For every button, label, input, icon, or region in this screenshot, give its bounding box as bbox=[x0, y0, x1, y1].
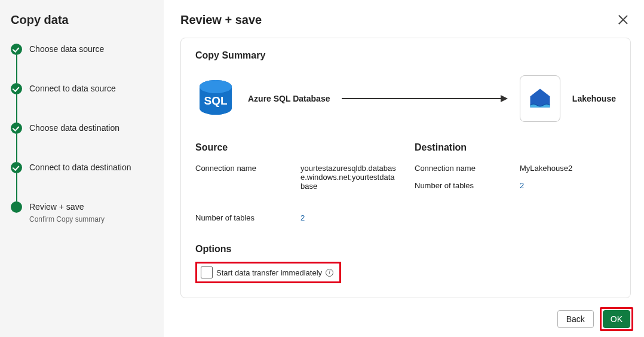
copy-summary-card: Copy Summary SQL Azure SQL Database bbox=[180, 38, 631, 298]
step-label: Review + save bbox=[29, 201, 105, 213]
step-choose-data-source[interactable]: Choose data source bbox=[11, 44, 153, 64]
start-transfer-label: Start data transfer immediately bbox=[216, 268, 322, 277]
arrow-icon bbox=[342, 95, 507, 102]
back-button[interactable]: Back bbox=[557, 310, 594, 328]
source-column: Source Connection name yourtestazuresqld… bbox=[195, 142, 397, 231]
azure-sql-database-icon: SQL bbox=[195, 78, 236, 119]
kv-val[interactable]: 2 bbox=[300, 213, 397, 222]
wizard-steps: Choose data source Connect to data sourc… bbox=[11, 44, 153, 223]
ok-button[interactable]: OK bbox=[603, 310, 630, 328]
footer-actions: Back OK bbox=[557, 307, 633, 331]
check-icon bbox=[11, 83, 22, 94]
sidebar-title: Copy data bbox=[11, 13, 153, 27]
close-button[interactable] bbox=[617, 13, 630, 26]
kv-key: Connection name bbox=[195, 164, 300, 173]
summary-flow-row: SQL Azure SQL Database Lakehouse bbox=[195, 75, 616, 122]
source-tablecount-row: Number of tables 2 bbox=[195, 213, 397, 222]
step-sublabel: Confirm Copy summary bbox=[29, 215, 105, 223]
summary-details: Source Connection name yourtestazuresqld… bbox=[195, 142, 616, 231]
destination-service-label: Lakehouse bbox=[572, 94, 616, 103]
check-icon bbox=[11, 44, 22, 55]
step-label: Choose data destination bbox=[29, 122, 119, 134]
source-service-label: Azure SQL Database bbox=[248, 94, 330, 103]
step-label: Connect to data destination bbox=[29, 162, 131, 173]
check-icon bbox=[11, 122, 22, 134]
check-icon bbox=[11, 162, 22, 173]
kv-val: MyLakehouse2 bbox=[520, 164, 616, 173]
lakehouse-icon bbox=[520, 75, 560, 122]
card-title: Copy Summary bbox=[195, 50, 616, 61]
start-transfer-checkbox[interactable] bbox=[201, 266, 213, 278]
start-transfer-option-highlight: Start data transfer immediately i bbox=[195, 262, 341, 283]
options-header: Options bbox=[195, 244, 616, 255]
destination-connection-row: Connection name MyLakehouse2 bbox=[415, 164, 616, 173]
destination-tablecount-row: Number of tables 2 bbox=[415, 181, 616, 190]
source-header: Source bbox=[195, 142, 397, 153]
kv-val[interactable]: 2 bbox=[520, 181, 616, 190]
main-content: Review + save Copy Summary SQL Azure SQL… bbox=[164, 0, 644, 337]
page-title: Review + save bbox=[180, 13, 631, 27]
info-icon[interactable]: i bbox=[326, 269, 333, 277]
svg-point-1 bbox=[200, 80, 232, 93]
kv-key: Number of tables bbox=[195, 213, 300, 222]
current-step-icon bbox=[11, 201, 22, 213]
kv-key: Number of tables bbox=[415, 181, 520, 190]
kv-key: Connection name bbox=[415, 164, 520, 173]
step-connect-to-data-source[interactable]: Connect to data source bbox=[11, 83, 153, 103]
destination-column: Destination Connection name MyLakehouse2… bbox=[415, 142, 616, 231]
ok-button-highlight: OK bbox=[600, 307, 633, 331]
source-connection-row: Connection name yourtestazuresqldb.datab… bbox=[195, 164, 397, 191]
destination-header: Destination bbox=[415, 142, 616, 153]
step-label: Connect to data source bbox=[29, 83, 116, 94]
wizard-sidebar: Copy data Choose data source Connect to … bbox=[0, 0, 164, 337]
kv-val: yourtestazuresqldb.database.windows.net;… bbox=[300, 164, 397, 191]
step-choose-data-destination[interactable]: Choose data destination bbox=[11, 122, 153, 143]
step-review-save[interactable]: Review + save Confirm Copy summary bbox=[11, 201, 153, 223]
step-connect-to-data-destination[interactable]: Connect to data destination bbox=[11, 162, 153, 182]
svg-text:SQL: SQL bbox=[204, 94, 227, 107]
step-label: Choose data source bbox=[29, 44, 104, 55]
